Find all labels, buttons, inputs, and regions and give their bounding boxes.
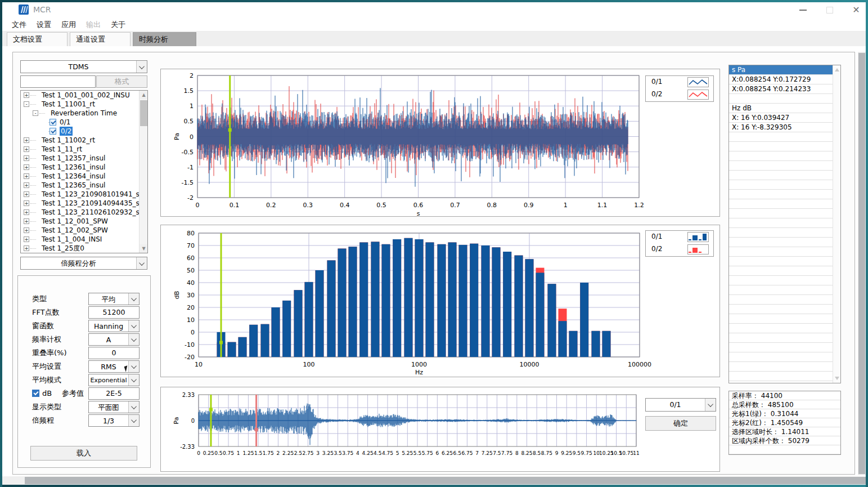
db-checkbox-checked[interactable]	[32, 390, 39, 397]
menu-item-3[interactable]: 应用	[56, 17, 81, 32]
readout-scrollbar[interactable]	[833, 65, 840, 383]
param-input-2[interactable]: 51200	[88, 306, 140, 319]
readout-row[interactable]	[729, 362, 840, 372]
readout-row[interactable]	[729, 180, 840, 190]
tree-item[interactable]: +Test 1_12365_insul	[21, 181, 147, 190]
file-format-combo-arrow[interactable]	[136, 61, 147, 73]
param-select-6[interactable]: RMS	[88, 360, 140, 373]
tree-item-label[interactable]: Test 1_12_001_SPW	[42, 217, 108, 226]
channel-select-combo[interactable]: 0/1	[645, 398, 716, 412]
readout-row[interactable]	[729, 171, 840, 180]
collapse-icon[interactable]: -	[24, 101, 29, 107]
readout-row[interactable]	[729, 295, 840, 305]
param-select-arrow[interactable]	[128, 415, 139, 426]
analysis-type-combo[interactable]: 倍频程分析	[20, 257, 147, 270]
expand-icon[interactable]: +	[24, 146, 29, 152]
tree-item-label[interactable]: Test 1_12364_insul	[42, 172, 105, 181]
tree-item[interactable]: +Test 1_123_210914094435_spw	[21, 199, 147, 208]
tree-item-label[interactable]: Test 1_123_210908101941_spw	[42, 190, 148, 199]
readout-row[interactable]	[729, 343, 840, 352]
expand-icon[interactable]: +	[24, 164, 29, 170]
menu-item-2[interactable]: 设置	[32, 17, 56, 32]
readout-row[interactable]	[729, 372, 840, 381]
tree-item-label[interactable]: Test 1_001_001_002_INSU	[42, 91, 130, 100]
tree-item-label[interactable]: Test 1_11002_rt	[42, 136, 95, 145]
tab-3[interactable]: 时频分析	[133, 32, 196, 46]
readout-row[interactable]	[729, 238, 840, 247]
tree-scroll-thumb[interactable]	[140, 100, 147, 126]
param-select-arrow[interactable]	[128, 320, 139, 332]
param-select-10[interactable]: 1/3	[88, 414, 140, 427]
expand-icon[interactable]: +	[24, 209, 29, 215]
tree-item-label[interactable]: Test 1_11_rt	[42, 145, 82, 154]
tree-item-label[interactable]: Test 1_12_002_SPW	[42, 226, 108, 235]
readout-row[interactable]	[729, 132, 840, 142]
readout-row[interactable]: X: 16 Y:-8.329305	[729, 123, 840, 132]
tree-item[interactable]: 0/1	[21, 118, 147, 127]
readout-row[interactable]	[729, 161, 840, 171]
tree-item-label[interactable]: Test 1_25度0	[42, 244, 84, 253]
tree-item-label[interactable]: Test 1_12365_insul	[42, 181, 105, 190]
param-select-arrow[interactable]	[128, 361, 139, 372]
readout-row[interactable]	[729, 228, 840, 238]
format-button[interactable]: 格式	[96, 75, 147, 88]
confirm-button[interactable]: 确定	[645, 416, 716, 431]
tree-item-label[interactable]: Test 1_123_211026102932_spw	[42, 208, 148, 217]
analysis-type-combo-arrow[interactable]	[136, 257, 147, 269]
load-button[interactable]: 载入	[30, 446, 137, 461]
tab-1[interactable]: 文档设置	[7, 32, 68, 46]
readout-row[interactable]: Hz dB	[729, 104, 840, 113]
octave-spectrum-plot[interactable]: 80706050403020100-10-2010100100010000100…	[161, 225, 721, 378]
tree-scrollbar[interactable]: ▲ ▼	[139, 91, 147, 253]
tree-scroll-up-icon[interactable]: ▲	[140, 91, 148, 99]
expand-icon[interactable]: +	[24, 155, 29, 161]
param-select-1[interactable]: 平均	[88, 293, 140, 305]
expand-icon[interactable]: +	[24, 137, 29, 143]
tree-checkbox-checked[interactable]	[50, 119, 56, 126]
horizontal-scrollbar[interactable]	[2, 476, 866, 485]
readout-row[interactable]	[729, 247, 840, 257]
expand-icon[interactable]: +	[24, 173, 29, 179]
tree-item[interactable]: 0/2	[21, 127, 147, 136]
tree-item[interactable]: -Test 1_11001_rt	[21, 100, 147, 109]
tree-checkbox-checked[interactable]	[50, 128, 56, 135]
tree-item[interactable]: +Test 1_123_210908101941_spw	[21, 190, 147, 199]
readout-row[interactable]	[729, 190, 840, 199]
expand-icon[interactable]: +	[24, 227, 29, 233]
readout-row[interactable]	[729, 199, 840, 209]
param-select-arrow[interactable]	[128, 401, 139, 413]
readout-row[interactable]: X:0.088254 Y:0.214233	[729, 84, 840, 94]
time-waveform-plot[interactable]: 21.510.50-0.5-1-1.5-200.10.20.30.40.50.6…	[161, 69, 721, 217]
param-select-7[interactable]: Exponential	[88, 374, 140, 386]
readout-row[interactable]: X: 16 Y:0.039427	[729, 113, 840, 123]
horizontal-scroll-thumb[interactable]	[25, 477, 866, 484]
vertical-scroll-thumb[interactable]	[858, 53, 865, 474]
param-select-3[interactable]: Hanning	[88, 320, 140, 332]
tree-item[interactable]: +Test 1_001_001_002_INSU	[21, 91, 147, 100]
param-input-8[interactable]: 2E-5	[88, 387, 140, 400]
param-input-5[interactable]: 0	[88, 347, 140, 359]
expand-icon[interactable]: +	[24, 191, 29, 197]
readout-row[interactable]: X:0.088254 Y:0.172729	[729, 75, 840, 84]
readout-row[interactable]	[729, 305, 840, 314]
channel-select-arrow[interactable]	[705, 399, 716, 411]
readout-row[interactable]	[729, 142, 840, 151]
menu-item-4[interactable]: 输出	[81, 17, 106, 32]
readout-row[interactable]	[729, 209, 840, 218]
vertical-scrollbar[interactable]	[858, 52, 866, 475]
readout-row[interactable]	[729, 151, 840, 161]
close-button[interactable]: ✕	[848, 4, 865, 16]
tree-item[interactable]: +Test 1_12361_insul	[21, 163, 147, 172]
filter-input[interactable]	[20, 75, 96, 88]
readout-row[interactable]	[729, 352, 840, 362]
tree-item[interactable]: +Test 1_25度0	[21, 244, 147, 253]
tree-item-label[interactable]: Test 1_1_004_INSI	[42, 235, 102, 244]
scroll-down-icon[interactable]	[835, 377, 839, 380]
collapse-icon[interactable]: -	[33, 110, 38, 116]
tree-item-label[interactable]: Reverberation Time	[51, 109, 117, 118]
expand-icon[interactable]: +	[24, 182, 29, 188]
tree-scroll-down-icon[interactable]: ▼	[140, 244, 148, 253]
maximize-button[interactable]	[821, 4, 838, 16]
tree-item[interactable]: +Test 1_1_004_INSI	[21, 235, 147, 244]
param-select-arrow[interactable]	[128, 334, 139, 345]
